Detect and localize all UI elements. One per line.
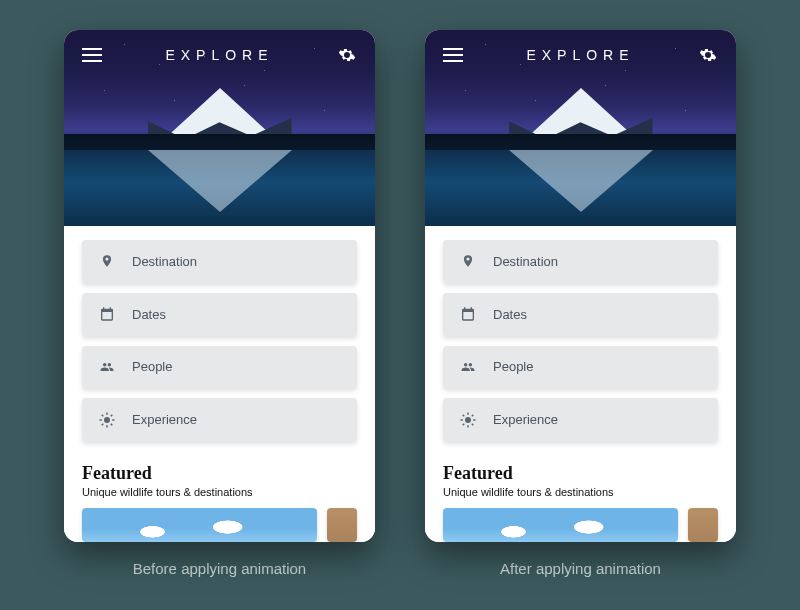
- featured-thumbs: [82, 508, 357, 542]
- content-area: Destination Dates People Experience Feat…: [425, 226, 736, 542]
- featured-subtitle: Unique wildlife tours & destinations: [443, 486, 718, 498]
- filter-label: Experience: [132, 412, 197, 427]
- featured-subtitle: Unique wildlife tours & destinations: [82, 486, 357, 498]
- featured-thumbs: [443, 508, 718, 542]
- sun-icon: [98, 411, 116, 429]
- content-area: Destination Dates People Experience Feat…: [64, 226, 375, 542]
- hero-image: EXPLORE: [425, 30, 736, 258]
- svg-point-1: [465, 417, 471, 423]
- calendar-icon: [459, 305, 477, 323]
- filter-label: Experience: [493, 412, 558, 427]
- filter-destination[interactable]: Destination: [443, 240, 718, 283]
- filter-people[interactable]: People: [82, 346, 357, 389]
- hero-image: EXPLORE: [64, 30, 375, 258]
- filter-experience[interactable]: Experience: [82, 398, 357, 441]
- page-title: EXPLORE: [104, 47, 335, 63]
- filter-label: Dates: [493, 307, 527, 322]
- filter-label: Dates: [132, 307, 166, 322]
- filter-label: Destination: [132, 254, 197, 269]
- featured-card[interactable]: [327, 508, 357, 542]
- page-title: EXPLORE: [465, 47, 696, 63]
- people-icon: [98, 358, 116, 376]
- filter-people[interactable]: People: [443, 346, 718, 389]
- location-pin-icon: [98, 252, 116, 270]
- featured-card[interactable]: [688, 508, 718, 542]
- filter-dates[interactable]: Dates: [443, 293, 718, 336]
- filter-label: People: [493, 359, 533, 374]
- settings-icon[interactable]: [335, 43, 359, 67]
- location-pin-icon: [459, 252, 477, 270]
- caption-after: After applying animation: [500, 560, 661, 577]
- phone-mockup-after: EXPLORE Destination Dates People Expe: [425, 30, 736, 542]
- after-column: EXPLORE Destination Dates People Expe: [425, 30, 736, 577]
- filter-label: Destination: [493, 254, 558, 269]
- before-column: EXPLORE Destination Dates People Expe: [64, 30, 375, 577]
- filter-experience[interactable]: Experience: [443, 398, 718, 441]
- caption-before: Before applying animation: [133, 560, 306, 577]
- calendar-icon: [98, 305, 116, 323]
- menu-icon[interactable]: [441, 43, 465, 67]
- featured-card[interactable]: [443, 508, 678, 542]
- phone-mockup-before: EXPLORE Destination Dates People Expe: [64, 30, 375, 542]
- featured-card[interactable]: [82, 508, 317, 542]
- featured-section: Featured Unique wildlife tours & destina…: [443, 463, 718, 542]
- featured-section: Featured Unique wildlife tours & destina…: [82, 463, 357, 542]
- filter-destination[interactable]: Destination: [82, 240, 357, 283]
- settings-icon[interactable]: [696, 43, 720, 67]
- filter-label: People: [132, 359, 172, 374]
- featured-heading: Featured: [443, 463, 718, 484]
- filter-dates[interactable]: Dates: [82, 293, 357, 336]
- featured-heading: Featured: [82, 463, 357, 484]
- sun-icon: [459, 411, 477, 429]
- menu-icon[interactable]: [80, 43, 104, 67]
- people-icon: [459, 358, 477, 376]
- svg-point-0: [104, 417, 110, 423]
